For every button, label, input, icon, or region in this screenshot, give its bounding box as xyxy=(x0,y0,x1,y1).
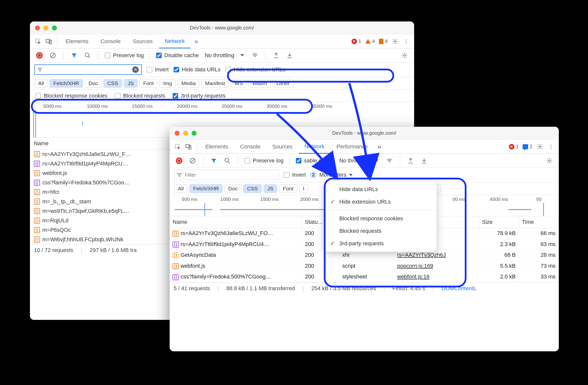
tab-elements[interactable]: Elements xyxy=(200,140,234,153)
svg-point-6 xyxy=(85,53,89,57)
dropdown-item-3rd-party-requests[interactable]: 3rd-party requests xyxy=(324,237,437,250)
column-header[interactable]: Name xyxy=(170,216,302,228)
search-icon[interactable] xyxy=(83,50,93,60)
status-bar: 5 / 41 requests| 88.8 kB / 1.1 MB transf… xyxy=(170,282,559,294)
js-file-icon: ⟨⟩ xyxy=(34,237,40,243)
filter-input[interactable]: ✕ xyxy=(34,64,142,75)
filter-input[interactable] xyxy=(174,170,279,180)
error-count[interactable]: ✕1 xyxy=(352,38,361,44)
inspect-icon[interactable] xyxy=(173,142,183,152)
settings-icon[interactable] xyxy=(535,142,545,152)
more-tabs-icon[interactable]: » xyxy=(191,36,201,46)
download-har-icon[interactable] xyxy=(419,156,429,166)
network-settings-icon[interactable] xyxy=(400,50,410,60)
initiator-cell[interactable]: webfont.js:16 xyxy=(394,271,479,282)
chip-doc[interactable]: Doc xyxy=(85,79,102,88)
dropdown-item-blocked-requests[interactable]: Blocked requests xyxy=(324,225,437,237)
download-har-icon[interactable] xyxy=(285,50,295,60)
chevron-down-icon xyxy=(375,159,378,162)
dropdown-item-hide-data-urls[interactable]: Hide data URLs xyxy=(324,183,437,196)
device-toolbar-icon[interactable] xyxy=(44,36,54,46)
chip-font[interactable]: Font xyxy=(279,184,297,193)
search-icon[interactable] xyxy=(222,156,232,166)
chip-fetchxhr[interactable]: Fetch/XHR xyxy=(189,184,223,193)
chip-font[interactable]: Font xyxy=(139,79,157,88)
network-conditions-icon[interactable] xyxy=(250,50,260,60)
preserve-log-checkbox[interactable]: Preserve log xyxy=(243,157,284,164)
chip-doc[interactable]: Doc xyxy=(225,184,241,193)
record-button[interactable] xyxy=(174,156,184,166)
chip-all[interactable]: All xyxy=(34,79,48,88)
chip-css[interactable]: CSS xyxy=(104,79,122,88)
warning-count[interactable]: 4 xyxy=(365,38,375,44)
preserve-log-checkbox[interactable]: Preserve log xyxy=(104,52,144,59)
throttling-select[interactable]: No throttling xyxy=(202,51,246,60)
disable-cache-checkbox[interactable]: Disable cache xyxy=(155,52,199,59)
upload-har-icon[interactable] xyxy=(406,156,416,166)
tab-console[interactable]: Console xyxy=(235,140,266,153)
chip-all[interactable]: All xyxy=(174,184,187,193)
chip-i[interactable]: I xyxy=(299,184,308,193)
more-filters-count: 2 xyxy=(310,171,317,178)
request-row[interactable]: ⟨⟩GetAsyncData xyxy=(170,250,302,261)
request-row[interactable]: ⟨⟩rs=AA2YrTt6If9d1pi4yP4MpRCU4… xyxy=(170,239,302,250)
network-settings-icon[interactable] xyxy=(544,156,554,166)
request-row[interactable]: ⟨⟩css?family=Fredoka:500%7CGoog… xyxy=(170,271,302,282)
clear-filter-icon[interactable]: ✕ xyxy=(132,66,139,73)
request-row[interactable]: ⟨⟩rs=AA2YrTv3Qzh6Ja6eSLzWU_FO… xyxy=(170,228,302,239)
issue-count[interactable]: 4 xyxy=(379,38,388,44)
initiator-cell[interactable]: popcorn.js:169 xyxy=(394,261,479,272)
record-button[interactable] xyxy=(34,50,44,60)
hide-data-urls-checkbox[interactable]: Hide data URLs xyxy=(173,66,221,73)
error-count[interactable]: ✕1 xyxy=(509,144,519,149)
kebab-menu-icon[interactable]: ⋮ xyxy=(546,142,556,152)
filter-toggle-icon[interactable] xyxy=(69,50,79,60)
upload-har-icon[interactable] xyxy=(271,50,281,60)
chip-img[interactable]: Img xyxy=(159,79,176,88)
tick: 1500 ms xyxy=(249,197,289,202)
column-header[interactable]: Time xyxy=(519,216,559,228)
tab-console[interactable]: Console xyxy=(95,34,126,48)
settings-icon[interactable] xyxy=(390,36,400,46)
chip-css[interactable]: CSS xyxy=(243,184,261,193)
clear-button[interactable] xyxy=(188,156,198,166)
clear-button[interactable] xyxy=(48,50,58,60)
chip-ws[interactable]: WS xyxy=(231,79,247,88)
tab-elements[interactable]: Elements xyxy=(60,34,94,48)
chip-wasm[interactable]: Wasm xyxy=(249,79,271,88)
filter-toggle-icon[interactable] xyxy=(209,156,219,166)
more-filters-button[interactable]: 2 More filters xyxy=(310,171,353,178)
tab-sources[interactable]: Sources xyxy=(267,140,298,153)
chip-js[interactable]: JS xyxy=(264,184,277,193)
chip-manifest[interactable]: Manifest xyxy=(201,79,229,88)
disable-cache-checkbox[interactable]: sable cache xyxy=(295,157,333,164)
column-header[interactable]: Size xyxy=(479,216,519,228)
device-toolbar-icon[interactable] xyxy=(184,142,194,152)
inspect-icon[interactable] xyxy=(33,36,43,46)
dropdown-item-hide-extension-urls[interactable]: Hide extension URLs xyxy=(324,196,437,208)
hide-extension-urls-checkbox[interactable]: Hide extension URLs xyxy=(225,66,285,73)
request-row[interactable]: ⟨⟩webfont.js xyxy=(170,261,302,272)
tab-sources[interactable]: Sources xyxy=(127,34,158,48)
blocked-cookies-checkbox[interactable]: Blocked response cookies xyxy=(34,92,108,99)
chip-other[interactable]: Other xyxy=(273,79,293,88)
throttling-select[interactable]: No throttling xyxy=(337,156,381,165)
message-count[interactable]: 2 xyxy=(523,144,532,149)
chip-fetchxhr[interactable]: Fetch/XHR xyxy=(50,79,83,88)
more-tabs-icon[interactable]: » xyxy=(374,142,384,152)
more-filters-dropdown[interactable]: Hide data URLsHide extension URLsBlocked… xyxy=(324,181,437,252)
third-party-checkbox[interactable]: 3rd-party requests xyxy=(172,92,226,99)
tab-network[interactable]: Network xyxy=(159,35,190,48)
chip-js[interactable]: JS xyxy=(124,79,138,88)
blocked-requests-checkbox[interactable]: Blocked requests xyxy=(114,92,165,99)
tick: 15000 ms xyxy=(120,104,165,109)
dropdown-item-blocked-response-cookies[interactable]: Blocked response cookies xyxy=(324,212,437,225)
invert-checkbox[interactable]: Invert xyxy=(283,171,306,178)
network-conditions-icon[interactable] xyxy=(384,156,394,166)
invert-checkbox[interactable]: Invert xyxy=(146,66,169,73)
chip-media[interactable]: Media xyxy=(178,79,199,88)
kebab-menu-icon[interactable]: ⋮ xyxy=(401,36,411,46)
tab-performance[interactable]: Performance xyxy=(331,140,373,153)
js-file-icon: ⟨⟩ xyxy=(34,199,40,205)
tab-network[interactable]: Network xyxy=(299,140,330,154)
